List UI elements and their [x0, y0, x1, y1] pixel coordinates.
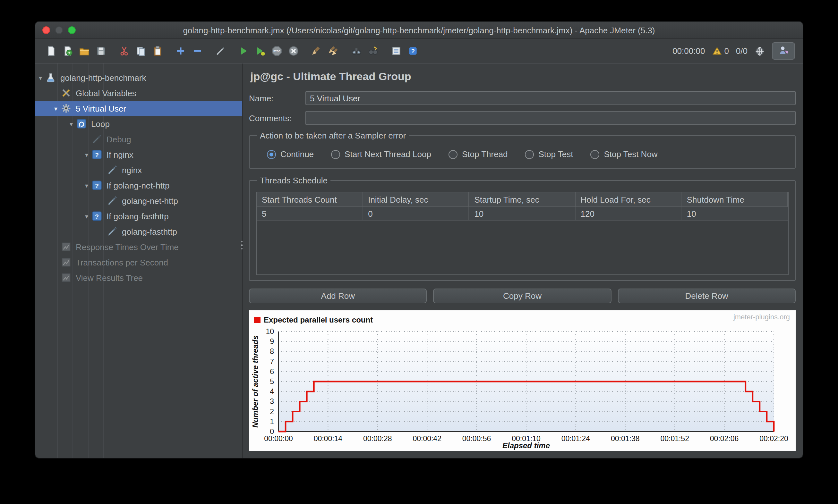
tree-item-if-golang-fasthttp[interactable]: ▾?If golang-fasthttp: [35, 209, 242, 224]
svg-text:00:01:52: 00:01:52: [660, 434, 689, 443]
svg-text:2: 2: [270, 408, 274, 416]
stop-icon: STOP: [272, 46, 282, 56]
paste-button[interactable]: [150, 42, 165, 60]
tree-item-global-variables[interactable]: Global Variables: [35, 85, 242, 101]
toolbar: STOP? 00:00:00 0 0/0: [35, 39, 803, 64]
delete-row-button[interactable]: Delete Row: [617, 289, 796, 303]
comments-label: Comments:: [249, 113, 305, 123]
tree-item-view-results-tree[interactable]: View Results Tree: [35, 270, 242, 285]
radio-stop-test-now[interactable]: Stop Test Now: [590, 149, 657, 159]
open-file-button[interactable]: [76, 42, 92, 60]
zoom-window-button[interactable]: [68, 26, 76, 34]
radio-stop-test[interactable]: Stop Test: [525, 149, 573, 159]
search-button[interactable]: [348, 42, 365, 60]
chart-icon: [61, 257, 72, 267]
radio-continue[interactable]: Continue: [267, 149, 314, 159]
warning-count: 0: [724, 46, 729, 56]
start-no-timers-button[interactable]: [252, 42, 268, 60]
globe-icon[interactable]: [755, 46, 765, 56]
tree-item-label: Response Times Over Time: [76, 242, 179, 252]
clean-all-button[interactable]: [325, 42, 342, 60]
search-reset-button[interactable]: [365, 42, 381, 60]
svg-text:00:01:38: 00:01:38: [611, 434, 640, 443]
templates-button[interactable]: [60, 42, 76, 60]
save-button[interactable]: [93, 42, 109, 60]
minus-button[interactable]: [189, 42, 205, 60]
copy-row-button[interactable]: Copy Row: [433, 289, 611, 303]
tree-item-loop[interactable]: ▾Loop: [35, 116, 242, 131]
gear-icon: [61, 103, 72, 113]
shutdown-button[interactable]: [285, 42, 301, 60]
splitter-handle[interactable]: [238, 241, 246, 250]
svg-text:00:00:42: 00:00:42: [413, 434, 441, 443]
minus-icon: [192, 46, 203, 56]
collapse-arrow-icon[interactable]: ▾: [66, 120, 76, 127]
chart-icon: [61, 272, 72, 283]
table-cell-startup-time-sec[interactable]: 10: [469, 207, 575, 220]
tree-item-label: golang-fasthttp: [122, 227, 177, 236]
svg-text:?: ?: [95, 182, 99, 189]
radio-dot-icon: [449, 150, 457, 159]
table-cell-start-threads-count[interactable]: 5: [257, 207, 363, 220]
if-icon: ?: [92, 149, 103, 160]
svg-text:?: ?: [95, 152, 99, 158]
name-input[interactable]: [305, 91, 796, 105]
sampler-error-group: Action to be taken after a Sampler error…: [249, 131, 796, 169]
search-reset-icon: [368, 46, 379, 56]
toolbar-separator: [382, 51, 387, 51]
tree-item-if-nginx[interactable]: ▾?If nginx: [35, 147, 242, 162]
table-cell-shutdown-time[interactable]: 10: [682, 207, 788, 220]
collapse-arrow-icon[interactable]: ▾: [51, 105, 61, 112]
close-window-button[interactable]: [42, 26, 50, 34]
collapse-arrow-icon[interactable]: ▾: [82, 213, 92, 220]
comments-input[interactable]: [305, 111, 796, 125]
plus-icon: [175, 46, 186, 56]
radio-label: Continue: [280, 149, 314, 159]
cut-button[interactable]: [116, 42, 132, 60]
start-no-timers-icon: [255, 46, 266, 56]
tree-item-response-times-over-time[interactable]: Response Times Over Time: [35, 239, 242, 255]
tree-item-label: Transactions per Second: [76, 257, 168, 267]
chart-legend: Expected parallel users count jmeter-plu…: [249, 310, 796, 326]
tree-item-5-virtual-user[interactable]: ▾5 Virtual User: [35, 101, 242, 116]
tree-item-debug[interactable]: Debug: [35, 131, 242, 147]
function-helper-icon: [391, 46, 402, 56]
help-button[interactable]: ?: [405, 42, 421, 60]
sampler-error-options: ContinueStart Next Thread LoopStop Threa…: [256, 143, 789, 162]
tree-item-if-golang-net-http[interactable]: ▾?If golang-net-http: [35, 178, 242, 193]
tree-item-golang-net-http[interactable]: golang-net-http: [35, 193, 242, 209]
svg-text:10: 10: [266, 327, 274, 336]
collapse-arrow-icon[interactable]: ▾: [35, 74, 46, 81]
collapse-arrow-icon[interactable]: ▾: [82, 151, 92, 158]
new-file-button[interactable]: [43, 42, 59, 60]
start-button[interactable]: [235, 42, 251, 60]
add-row-button[interactable]: Add Row: [249, 289, 427, 303]
column-header-initial-delay-sec: Initial Delay, sec: [363, 192, 469, 207]
svg-text:00:00:56: 00:00:56: [462, 434, 491, 443]
tree-item-golang-fasthttp[interactable]: golang-fasthttp: [35, 224, 242, 239]
tree-item-nginx[interactable]: nginx: [35, 162, 242, 178]
radio-stop-thread[interactable]: Stop Thread: [449, 149, 508, 159]
tools-icon: [61, 88, 72, 98]
user-settings-button[interactable]: [772, 42, 795, 60]
tree-item-label: If nginx: [106, 150, 134, 159]
table-cell-hold-load-for-sec[interactable]: 120: [576, 207, 682, 220]
radio-dot-icon: [590, 150, 599, 159]
tree-item-label: nginx: [122, 165, 142, 175]
stop-button[interactable]: STOP: [269, 42, 285, 60]
log-errors-indicator[interactable]: 0: [712, 46, 729, 56]
copy-button[interactable]: [133, 42, 149, 60]
legend-label: Expected parallel users count: [264, 316, 373, 324]
radio-start-next-thread-loop[interactable]: Start Next Thread Loop: [331, 149, 431, 159]
collapse-arrow-icon[interactable]: ▾: [82, 182, 92, 189]
plus-button[interactable]: [173, 42, 189, 60]
function-helper-button[interactable]: [388, 42, 404, 60]
table-cell-initial-delay-sec[interactable]: 0: [363, 207, 469, 220]
tree-item-golang-http-benchmark[interactable]: ▾golang-http-benchmark: [35, 70, 242, 85]
minimize-window-button[interactable]: [55, 26, 63, 34]
search-icon: [351, 46, 362, 56]
clean-button[interactable]: [309, 42, 325, 60]
tree-item-transactions-per-second[interactable]: Transactions per Second: [35, 255, 242, 270]
toggle-button[interactable]: [212, 42, 228, 60]
copy-icon: [135, 46, 146, 56]
